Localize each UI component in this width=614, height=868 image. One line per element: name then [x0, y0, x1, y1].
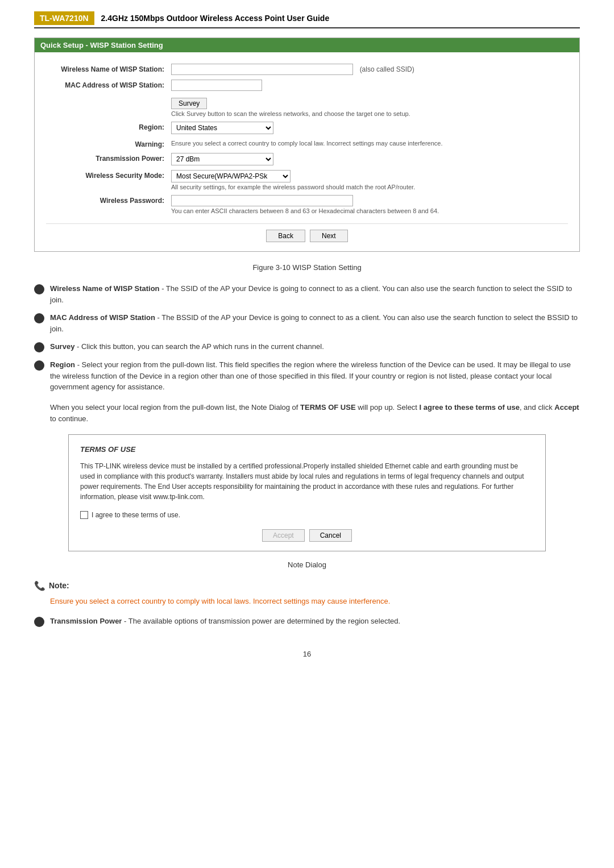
warning-row: Warning: Ensure you select a correct cou…	[46, 139, 568, 148]
wireless-name-row: Wireless Name of WISP Station: (also cal…	[46, 64, 568, 75]
bullet-text-4: Region - Select your region from the pul…	[50, 359, 580, 393]
terms-bold-1: TERMS OF USE	[300, 403, 356, 412]
bullet-item-mac: MAC Address of WISP Station - The BSSID …	[34, 312, 580, 334]
setup-panel-body: Wireless Name of WISP Station: (also cal…	[35, 52, 579, 251]
note-section: 📞 Note: Ensure you select a correct coun…	[34, 580, 580, 607]
bullet-text-3: Survey - Click this button, you can sear…	[50, 341, 324, 352]
survey-button[interactable]: Survey	[171, 98, 207, 109]
bullet-dot-3	[34, 342, 44, 352]
wireless-name-hint: (also called SSID)	[360, 65, 414, 73]
terms-agree-label: I agree to these terms of use.	[92, 510, 180, 520]
security-mode-row: Wireless Security Mode: Most Secure(WPA/…	[46, 170, 568, 190]
bullet-item-survey: Survey - Click this button, you can sear…	[34, 341, 580, 352]
note-header: 📞 Note:	[34, 580, 580, 591]
setup-panel: Quick Setup - WISP Station Setting Wirel…	[34, 38, 580, 252]
telephone-icon: 📞	[34, 580, 45, 591]
page-number: 16	[34, 650, 580, 658]
bullet-term-5: Transmission Power	[50, 617, 122, 625]
bullet-item-region: Region - Select your region from the pul…	[34, 359, 580, 393]
back-button[interactable]: Back	[266, 230, 305, 242]
bullet-term-2: MAC Address of WISP Station	[50, 313, 155, 322]
terms-bold-3: Accept	[554, 403, 579, 412]
terms-btn-row: Accept Cancel	[80, 529, 534, 542]
region-control: United States	[171, 122, 568, 134]
warning-label: Warning:	[46, 139, 171, 148]
bullet-term-4: Region	[50, 360, 75, 369]
survey-row: Survey Click Survey button to scan the w…	[46, 95, 568, 117]
security-mode-select[interactable]: Most Secure(WPA/WPA2-PSk	[171, 170, 291, 182]
password-row: Wireless Password: You can enter ASCII c…	[46, 195, 568, 214]
terms-dialog-body: This TP-LINK wireless device must be ins…	[80, 461, 534, 502]
figure-caption: Figure 3-10 WISP Station Setting	[34, 263, 580, 272]
bullet-text-2: MAC Address of WISP Station - The BSSID …	[50, 312, 580, 334]
password-input[interactable]	[171, 195, 353, 206]
note-label: Note:	[49, 581, 69, 590]
terms-bold-2: I agree to these terms of use	[420, 403, 520, 412]
tx-power-label: Transmission Power:	[46, 153, 171, 163]
security-mode-control: Most Secure(WPA/WPA2-PSk All security se…	[171, 170, 568, 190]
tx-power-control: 27 dBm	[171, 153, 568, 165]
header-model: TL-WA7210N	[34, 11, 94, 25]
wireless-name-control: (also called SSID)	[171, 64, 568, 75]
next-button[interactable]: Next	[310, 230, 348, 242]
terms-checkbox[interactable]	[80, 511, 88, 519]
cancel-button[interactable]: Cancel	[309, 529, 352, 542]
region-row: Region: United States	[46, 122, 568, 134]
warning-control: Ensure you select a correct country to c…	[171, 139, 568, 147]
mac-address-control	[171, 80, 568, 91]
tx-power-select[interactable]: 27 dBm	[171, 153, 273, 165]
terms-dialog-title: TERMS OF USE	[80, 444, 534, 455]
header-bar: TL-WA7210N 2.4GHz 150Mbps Outdoor Wirele…	[34, 11, 580, 28]
mac-address-label: MAC Address of WISP Station:	[46, 80, 171, 89]
tx-power-row: Transmission Power: 27 dBm	[46, 153, 568, 165]
bullet-dot-1	[34, 284, 44, 294]
bullet-list: Wireless Name of WISP Station - The SSID…	[34, 283, 580, 393]
setup-btn-row: Back Next	[46, 223, 568, 242]
region-label: Region:	[46, 122, 171, 131]
warning-text: Ensure you select a correct country to c…	[171, 140, 568, 147]
bullet-dot-2	[34, 313, 44, 323]
bullet-dot-4	[34, 360, 44, 371]
security-mode-label: Wireless Security Mode:	[46, 170, 171, 180]
header-title: 2.4GHz 150Mbps Outdoor Wireless Access P…	[101, 14, 330, 23]
dialog-caption: Note Dialog	[34, 560, 580, 569]
security-hint: All security settings, for example the w…	[171, 184, 568, 190]
bullet-term-3: Survey	[50, 342, 74, 351]
mac-address-row: MAC Address of WISP Station:	[46, 80, 568, 91]
wireless-name-input[interactable]	[171, 64, 353, 75]
bullet-item-wireless-name: Wireless Name of WISP Station - The SSID…	[34, 283, 580, 305]
bullet-desc-5: - The available options of transmission …	[122, 617, 400, 625]
extra-bullet-list: Transmission Power - The available optio…	[34, 616, 580, 627]
note-text: Ensure you select a correct country to c…	[50, 596, 580, 607]
terms-paragraph: When you select your local region from t…	[50, 402, 580, 426]
terms-agree-row: I agree to these terms of use.	[80, 510, 534, 520]
survey-control: Survey Click Survey button to scan the w…	[171, 95, 568, 117]
bullet-text-5: Transmission Power - The available optio…	[50, 616, 400, 627]
terms-dialog: TERMS OF USE This TP-LINK wireless devic…	[68, 434, 546, 551]
region-select[interactable]: United States	[171, 122, 273, 134]
bullet-term-1: Wireless Name of WISP Station	[50, 284, 160, 293]
survey-hint: Click Survey button to scan the wireless…	[171, 110, 568, 117]
password-label: Wireless Password:	[46, 195, 171, 205]
accept-button[interactable]: Accept	[262, 529, 305, 542]
bullet-item-tx-power: Transmission Power - The available optio…	[34, 616, 580, 627]
bullet-desc-4: - Select your region from the pull-down …	[50, 360, 571, 391]
bullet-dot-5	[34, 617, 44, 627]
wireless-name-label: Wireless Name of WISP Station:	[46, 64, 171, 73]
password-control: You can enter ASCII characters between 8…	[171, 195, 568, 214]
mac-address-input[interactable]	[171, 80, 262, 91]
bullet-desc-3: - Click this button, you can search the …	[74, 342, 323, 351]
bullet-text-1: Wireless Name of WISP Station - The SSID…	[50, 283, 580, 305]
setup-panel-title: Quick Setup - WISP Station Setting	[35, 38, 579, 52]
password-hint: You can enter ASCII characters between 8…	[171, 207, 568, 214]
survey-label-spacer	[46, 95, 171, 97]
